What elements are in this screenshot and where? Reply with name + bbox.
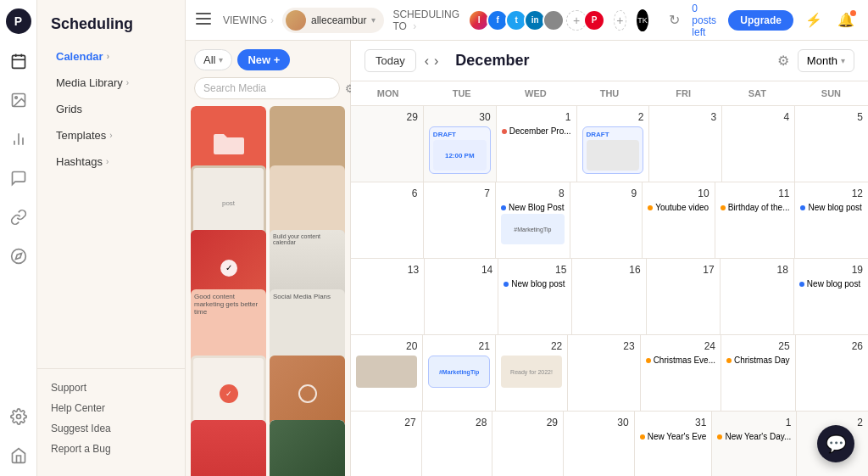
cal-day-1[interactable]: 1 December Pro... bbox=[497, 106, 577, 182]
nav-media[interactable] bbox=[7, 88, 31, 112]
sidebar-support[interactable]: Support bbox=[37, 378, 185, 398]
cal-day-24[interactable]: 24 Christmas Eve... bbox=[641, 335, 721, 411]
month-view-button[interactable]: Month ▾ bbox=[798, 49, 854, 72]
next-month-button[interactable]: › bbox=[434, 53, 438, 69]
cal-day-18[interactable]: 18 bbox=[721, 259, 794, 334]
sidebar-report-bug[interactable]: Report a Bug bbox=[37, 439, 185, 459]
sidebar-item-templates[interactable]: Templates › bbox=[42, 123, 180, 148]
prev-month-button[interactable]: ‹ bbox=[425, 53, 429, 69]
cal-day-30[interactable]: 30 bbox=[564, 412, 635, 476]
cal-day-31[interactable]: 31 New Year's Eve bbox=[635, 412, 713, 476]
post-thumbnail[interactable]: Ready for 2022! bbox=[501, 356, 562, 388]
cal-day-8[interactable]: 8 New Blog Post #MarketingTip bbox=[496, 182, 570, 258]
cal-day-21[interactable]: 21 #MarketingTip bbox=[423, 335, 495, 411]
event-title: New Year's Eve bbox=[648, 432, 707, 441]
cal-day-9[interactable]: 9 bbox=[570, 182, 643, 258]
nav-links[interactable] bbox=[7, 205, 31, 229]
cal-day-13[interactable]: 13 bbox=[351, 259, 425, 334]
cal-day-16[interactable]: 16 bbox=[572, 259, 646, 334]
cal-day-3[interactable]: 3 bbox=[649, 106, 722, 182]
sidebar-item-media-library[interactable]: Media Library › bbox=[42, 70, 180, 95]
search-input[interactable] bbox=[194, 77, 340, 99]
cal-day-12[interactable]: 12 New blog post bbox=[795, 182, 868, 258]
avatar-tiktok[interactable]: TK bbox=[637, 9, 649, 31]
user-name: alleceambur bbox=[311, 14, 366, 26]
list-item[interactable]: Good content marketing gets better time bbox=[191, 289, 266, 365]
cal-day-27[interactable]: 27 bbox=[351, 412, 422, 476]
calendar-event[interactable]: Christmas Eve... bbox=[646, 356, 715, 365]
all-dropdown[interactable]: All ▾ bbox=[194, 49, 232, 70]
nav-analytics[interactable] bbox=[7, 127, 31, 151]
cal-day-15[interactable]: 15 New blog post bbox=[498, 259, 572, 334]
nav-compass[interactable] bbox=[7, 244, 31, 268]
list-item[interactable]: Social Media Plans bbox=[270, 289, 345, 365]
nav-home[interactable] bbox=[7, 444, 31, 468]
draft-post[interactable]: DRAFT bbox=[582, 126, 644, 174]
sidebar-item-calendar[interactable]: Calendar › bbox=[42, 44, 180, 69]
cal-day-29-prev[interactable]: 29 bbox=[351, 106, 424, 182]
calendar-event[interactable]: New blog post bbox=[800, 203, 863, 212]
sidebar-item-hashtags[interactable]: Hashtags › bbox=[42, 149, 180, 174]
svg-rect-13 bbox=[196, 18, 211, 20]
cal-day-25[interactable]: 25 Christmas Day bbox=[721, 335, 796, 411]
cal-day-14[interactable]: 14 bbox=[425, 259, 498, 334]
calendar-event[interactable]: December Pro... bbox=[502, 126, 571, 136]
cal-day-11[interactable]: 11 Birthday of the... bbox=[715, 182, 796, 258]
cal-day-10[interactable]: 10 Youtube video bbox=[643, 182, 715, 258]
lightning-icon[interactable]: ⚡ bbox=[805, 12, 822, 28]
calendar-event[interactable]: New Blog Post bbox=[501, 203, 565, 212]
calendar-event[interactable]: Youtube video bbox=[648, 203, 709, 212]
nav-settings[interactable] bbox=[7, 405, 31, 428]
event-dot bbox=[800, 205, 805, 210]
nav-calendar[interactable] bbox=[7, 49, 31, 73]
sidebar-suggest-idea[interactable]: Suggest Idea bbox=[37, 418, 185, 439]
calendar-event[interactable]: Birthday of the... bbox=[721, 203, 790, 212]
calendar-event[interactable]: Christmas Day bbox=[726, 356, 790, 365]
menu-icon[interactable] bbox=[196, 13, 211, 27]
cal-day-20[interactable]: 20 bbox=[351, 335, 423, 411]
avatar-extra1[interactable] bbox=[542, 9, 565, 31]
cal-day-7[interactable]: 7 bbox=[424, 182, 497, 258]
nav-messages[interactable] bbox=[7, 166, 31, 190]
calendar-event[interactable]: New Year's Day... bbox=[717, 432, 791, 441]
cal-day-17[interactable]: 17 bbox=[647, 259, 721, 334]
cal-day-2[interactable]: 2 DRAFT bbox=[577, 106, 650, 182]
notification-badge bbox=[850, 10, 856, 16]
calendar-settings-icon[interactable]: ⚙ bbox=[777, 53, 789, 69]
draft-post[interactable]: #MarketingTip bbox=[428, 356, 489, 388]
calendar-event[interactable]: New Year's Eve bbox=[640, 432, 707, 441]
cal-day-5[interactable]: 5 bbox=[795, 106, 868, 182]
cal-day-1-next[interactable]: 1 New Year's Day... bbox=[712, 412, 797, 476]
cal-day-29[interactable]: 29 bbox=[492, 412, 564, 476]
cal-day-26[interactable]: 26 bbox=[796, 335, 868, 411]
draft-post[interactable]: DRAFT 12:00 PM bbox=[429, 126, 491, 174]
avatar-pinterest[interactable]: P bbox=[583, 9, 605, 31]
sidebar-item-grids[interactable]: Grids bbox=[42, 97, 180, 121]
cal-day-28[interactable]: 28 bbox=[422, 412, 493, 476]
cal-day-22[interactable]: 22 Ready for 2022! bbox=[496, 335, 568, 411]
add-account-button[interactable]: + bbox=[614, 10, 626, 31]
user-selector[interactable]: alleceambur ▾ bbox=[282, 8, 384, 33]
cal-day-4[interactable]: 4 bbox=[722, 106, 795, 182]
post-thumbnail[interactable]: #MarketingTip bbox=[501, 214, 565, 244]
cal-day-30-prev[interactable]: 30 DRAFT 12:00 PM bbox=[424, 106, 497, 182]
app-logo[interactable]: P bbox=[6, 8, 31, 34]
new-post-button[interactable]: New + bbox=[237, 49, 290, 70]
cal-day-19[interactable]: 19 New blog post bbox=[794, 259, 868, 334]
upgrade-button[interactable]: Upgrade bbox=[728, 10, 793, 31]
post-thumbnail[interactable] bbox=[356, 356, 417, 388]
refresh-icon[interactable]: ↻ bbox=[669, 12, 680, 28]
today-button[interactable]: Today bbox=[364, 49, 416, 72]
cal-day-23[interactable]: 23 bbox=[568, 335, 640, 411]
posts-left-count[interactable]: 0 posts left bbox=[692, 3, 720, 38]
list-item[interactable] bbox=[191, 420, 266, 476]
sidebar-bottom: Support Help Center Suggest Idea Report … bbox=[37, 368, 185, 468]
notification-icon[interactable]: 🔔 bbox=[837, 12, 854, 28]
calendar-event[interactable]: New blog post bbox=[504, 279, 566, 288]
cal-day-6[interactable]: 6 bbox=[351, 182, 424, 258]
chat-bubble-button[interactable]: 💬 bbox=[817, 425, 854, 462]
sidebar-help-center[interactable]: Help Center bbox=[37, 398, 185, 418]
media-panel-header: All ▾ New + bbox=[186, 41, 350, 77]
calendar-event[interactable]: New blog post bbox=[799, 279, 863, 288]
list-item[interactable] bbox=[270, 420, 345, 476]
